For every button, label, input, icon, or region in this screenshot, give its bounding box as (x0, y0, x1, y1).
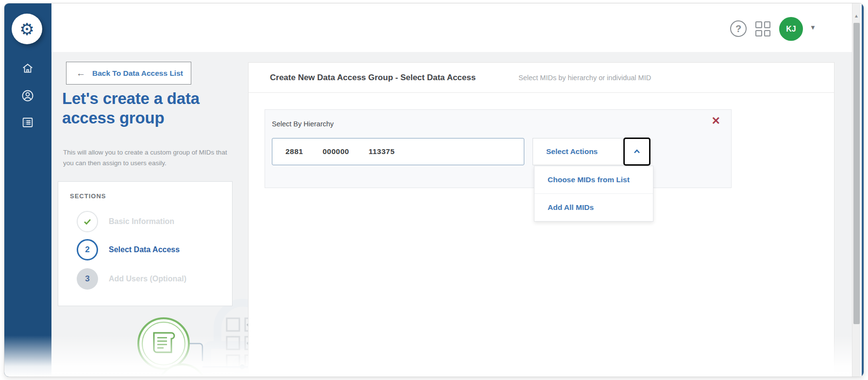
scrollbar-thumb[interactable] (853, 23, 860, 324)
back-button-label: Back To Data Access List (92, 69, 183, 78)
step-complete-badge (77, 211, 98, 232)
sidebar-item-home[interactable] (20, 61, 35, 76)
avatar[interactable]: KJ (779, 17, 803, 41)
step-number-badge: 2 (77, 239, 98, 260)
app-window: ⚙ ? KJ ▼ (4, 3, 864, 377)
left-nav-rail: ⚙ (4, 3, 51, 377)
home-icon (21, 62, 34, 75)
mid-segment-2: 000000 (322, 147, 349, 156)
step-number-badge: 3 (77, 268, 98, 290)
close-icon[interactable]: ✕ (712, 116, 720, 126)
account-icon (21, 89, 34, 103)
step-label: Basic Information (109, 217, 174, 226)
mid-hierarchy-input[interactable]: 2881 000000 113375 (272, 138, 524, 165)
chevron-up-icon (632, 147, 642, 156)
help-icon: ? (735, 23, 741, 35)
avatar-initials: KJ (786, 25, 796, 34)
sections-card: SECTIONS Basic Information 2 Select Data… (58, 181, 233, 306)
window-edge (862, 3, 864, 377)
panel-header: Create New Data Access Group - Select Da… (249, 63, 834, 93)
menu-item-choose-mids[interactable]: Choose MIDs from List (534, 166, 653, 193)
document-badge-icon (138, 318, 189, 369)
help-button[interactable]: ? (730, 20, 747, 37)
step-select-data-access[interactable]: 2 Select Data Access (77, 239, 180, 261)
select-by-hierarchy-card: Select By Hierarchy 2881 000000 113375 S… (265, 109, 732, 188)
select-actions-button[interactable]: Select Actions (533, 138, 650, 165)
hierarchy-card-label: Select By Hierarchy (272, 120, 334, 128)
page-title: Let's create a data access group (62, 89, 243, 128)
settings-button[interactable]: ⚙ (12, 14, 42, 44)
step-add-users[interactable]: 3 Add Users (Optional) (77, 268, 186, 290)
scroll-up-arrow-icon[interactable]: ▲ (852, 13, 860, 18)
panel-subtitle: Select MIDs by hierarchy or individual M… (518, 63, 651, 93)
step-label: Add Users (Optional) (109, 275, 186, 283)
vertical-scrollbar[interactable]: ▲ (852, 3, 860, 377)
sections-label: SECTIONS (70, 192, 106, 200)
apps-grid-button[interactable] (755, 21, 770, 36)
mid-segment-3: 113375 (368, 147, 395, 156)
list-icon (21, 116, 34, 129)
check-icon (82, 216, 93, 227)
top-bar: ? KJ ▼ (51, 3, 853, 52)
step-basic-information[interactable]: Basic Information (77, 210, 174, 233)
select-actions-label: Select Actions (533, 138, 624, 165)
panel-title: Create New Data Access Group - Select Da… (270, 63, 476, 93)
page-description: This will allow you to create a custom g… (63, 147, 231, 169)
sidebar-item-account[interactable] (20, 88, 35, 103)
step-label: Select Data Access (109, 245, 180, 254)
avatar-menu-caret[interactable]: ▼ (810, 24, 816, 31)
menu-item-add-all-mids[interactable]: Add All MIDs (534, 194, 653, 221)
back-arrow-icon: ← (76, 68, 85, 79)
select-actions-menu: Choose MIDs from List Add All MIDs (534, 166, 653, 222)
main-panel: Create New Data Access Group - Select Da… (248, 62, 835, 377)
mid-segment-1: 2881 (285, 147, 303, 156)
gear-icon: ⚙ (19, 21, 34, 37)
back-to-data-access-list-button[interactable]: ← Back To Data Access List (66, 62, 191, 85)
select-actions-toggle[interactable] (623, 138, 651, 166)
sidebar-item-list[interactable] (20, 115, 35, 130)
